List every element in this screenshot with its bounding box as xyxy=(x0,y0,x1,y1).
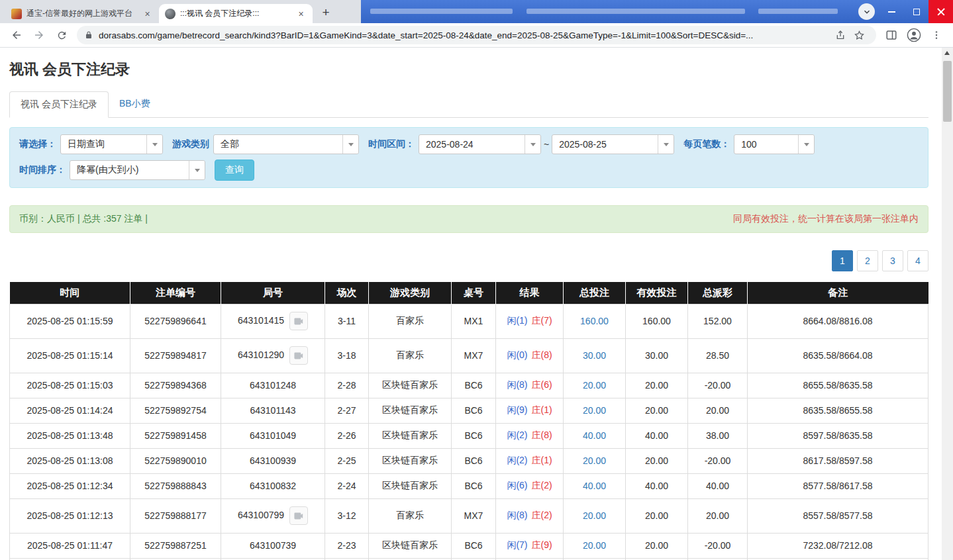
cell-table-no: BC6 xyxy=(452,423,496,448)
cell-remark: 7232.08/7212.08 xyxy=(748,533,928,558)
cell-table-no: MX7 xyxy=(452,498,496,533)
video-replay-button[interactable] xyxy=(289,506,308,525)
result-player: 闲(0) xyxy=(507,350,527,360)
total-bet-link[interactable]: 20.00 xyxy=(583,540,606,551)
total-bet-link[interactable]: 160.00 xyxy=(580,316,609,326)
table-row: 2025-08-25 01:11:47522759887251643100739… xyxy=(10,533,928,558)
page-button-3[interactable]: 3 xyxy=(882,250,903,271)
cell-valid-bet: 20.00 xyxy=(626,398,688,423)
total-bet-link[interactable]: 40.00 xyxy=(583,430,606,441)
avatar-icon[interactable] xyxy=(904,25,924,45)
search-button[interactable]: 查询 xyxy=(215,160,254,181)
page-button-2[interactable]: 2 xyxy=(857,250,878,271)
cell-valid-bet: 160.00 xyxy=(626,304,688,338)
total-bet-link[interactable]: 20.00 xyxy=(583,380,606,391)
star-icon[interactable] xyxy=(851,27,867,43)
filter-panel: 请选择： 日期查询 游戏类别 全部 时间区间： 2025-08-24 ~ 202… xyxy=(9,127,928,188)
cell-result: 闲(0)庄(8) xyxy=(496,338,564,373)
cell-bet-id: 522759888843 xyxy=(130,473,221,498)
sidebar-panel-icon[interactable] xyxy=(881,25,901,45)
new-tab-button[interactable]: + xyxy=(317,3,335,22)
total-bet-link[interactable]: 20.00 xyxy=(583,510,606,521)
cell-bet-id: 522759894368 xyxy=(130,373,221,398)
result-player: 闲(1) xyxy=(507,315,527,326)
video-replay-button[interactable] xyxy=(289,312,308,330)
total-bet-link[interactable]: 30.00 xyxy=(583,350,606,361)
column-header: 总投注 xyxy=(564,282,626,304)
url-bar[interactable]: dorasabs.com/game/betrecord_search/kind3… xyxy=(77,26,876,44)
browser-tab-1[interactable]: 通宝-信誉最好的网上游戏平台 × xyxy=(5,4,159,23)
scrollbar-up-arrow-icon[interactable] xyxy=(944,51,950,55)
cell-round-id: 643101049 xyxy=(221,423,325,448)
cell-time: 2025-08-25 01:13:08 xyxy=(10,448,130,473)
total-bet-link[interactable]: 20.00 xyxy=(583,455,606,466)
result-banker: 庄(1) xyxy=(532,404,552,415)
cell-table-no: BC6 xyxy=(452,448,496,473)
browser-tab-2-active[interactable]: :::视讯 会员下注纪录::: × xyxy=(159,4,313,23)
maximize-icon[interactable] xyxy=(904,0,928,23)
close-icon[interactable] xyxy=(928,0,953,23)
date-end-select[interactable]: 2025-08-25 xyxy=(552,134,674,154)
column-header: 结果 xyxy=(496,282,564,304)
page-button-1[interactable]: 1 xyxy=(832,250,853,271)
column-header: 注单编号 xyxy=(130,282,221,304)
total-bet-link[interactable]: 40.00 xyxy=(583,481,606,491)
date-start-select[interactable]: 2025-08-24 xyxy=(419,134,541,154)
sort-value: 降幂(由大到小) xyxy=(70,164,189,176)
cell-time: 2025-08-25 01:13:48 xyxy=(10,423,130,448)
cell-payout: 20.00 xyxy=(688,498,748,533)
result-player: 闲(8) xyxy=(507,379,527,390)
result-banker: 庄(2) xyxy=(532,510,552,520)
cell-bet-id: 522759890010 xyxy=(130,448,221,473)
chevron-down-icon xyxy=(798,135,814,154)
page-content: 视讯 会员下注纪录 视讯 会员下注纪录 BB小费 请选择： 日期查询 游戏类别 … xyxy=(0,48,953,560)
url-text[interactable]: dorasabs.com/game/betrecord_search/kind3… xyxy=(99,30,831,40)
cell-total-bet: 30.00 xyxy=(564,338,626,373)
back-icon[interactable] xyxy=(7,25,26,45)
cell-valid-bet: 20.00 xyxy=(626,533,688,558)
background-window-artifact xyxy=(758,9,838,14)
total-bet-link[interactable]: 20.00 xyxy=(583,405,606,416)
cell-game-type: 百家乐 xyxy=(369,338,452,373)
sort-select[interactable]: 降幂(由大到小) xyxy=(70,160,205,180)
filter-row-1: 请选择： 日期查询 游戏类别 全部 时间区间： 2025-08-24 ~ 202… xyxy=(18,134,920,154)
menu-kebab-icon[interactable] xyxy=(927,25,946,45)
filter-label-query-mode: 请选择： xyxy=(19,138,56,150)
tab-close-icon[interactable]: × xyxy=(295,8,307,19)
round-id-text: 643100939 xyxy=(250,455,296,466)
cell-valid-bet: 20.00 xyxy=(626,373,688,398)
result-banker: 庄(8) xyxy=(532,350,552,360)
cell-total-bet: 20.00 xyxy=(564,533,626,558)
share-icon[interactable] xyxy=(832,27,848,43)
minimize-icon[interactable] xyxy=(879,0,904,23)
page-button-4[interactable]: 4 xyxy=(907,250,928,271)
forward-icon[interactable] xyxy=(29,25,49,45)
cell-payout: 28.50 xyxy=(688,338,748,373)
cell-round-id: 643101143 xyxy=(221,398,325,423)
tab-bb-tip[interactable]: BB小费 xyxy=(109,91,161,117)
browser-toolbar: dorasabs.com/game/betrecord_search/kind3… xyxy=(0,23,953,48)
cell-total-bet: 20.00 xyxy=(564,498,626,533)
game-type-select[interactable]: 全部 xyxy=(213,134,359,154)
cell-payout: -20.00 xyxy=(688,448,748,473)
cell-time: 2025-08-25 01:15:03 xyxy=(10,373,130,398)
query-mode-select[interactable]: 日期查询 xyxy=(60,134,163,154)
column-header: 场次 xyxy=(325,282,369,304)
cell-total-bet: 20.00 xyxy=(564,373,626,398)
cell-round-id: 643101415 xyxy=(221,304,325,338)
cell-time: 2025-08-25 01:15:59 xyxy=(10,304,130,338)
cell-result: 闲(9)庄(1) xyxy=(496,398,564,423)
vertical-scrollbar[interactable] xyxy=(942,48,953,560)
page-size-select[interactable]: 100 xyxy=(734,134,815,154)
cell-session: 2-23 xyxy=(325,533,369,558)
scrollbar-thumb[interactable] xyxy=(943,61,952,122)
round-id-text: 643101415 xyxy=(238,315,284,326)
tab-close-icon[interactable]: × xyxy=(142,8,153,19)
video-replay-button[interactable] xyxy=(289,346,308,365)
tab-search-chevron-icon[interactable] xyxy=(858,3,875,20)
refresh-icon[interactable] xyxy=(52,25,72,45)
tab-bet-records[interactable]: 视讯 会员下注纪录 xyxy=(9,91,109,118)
cell-time: 2025-08-25 01:11:47 xyxy=(10,533,130,558)
background-window-artifact xyxy=(370,9,513,14)
cell-round-id: 643100799 xyxy=(221,498,325,533)
